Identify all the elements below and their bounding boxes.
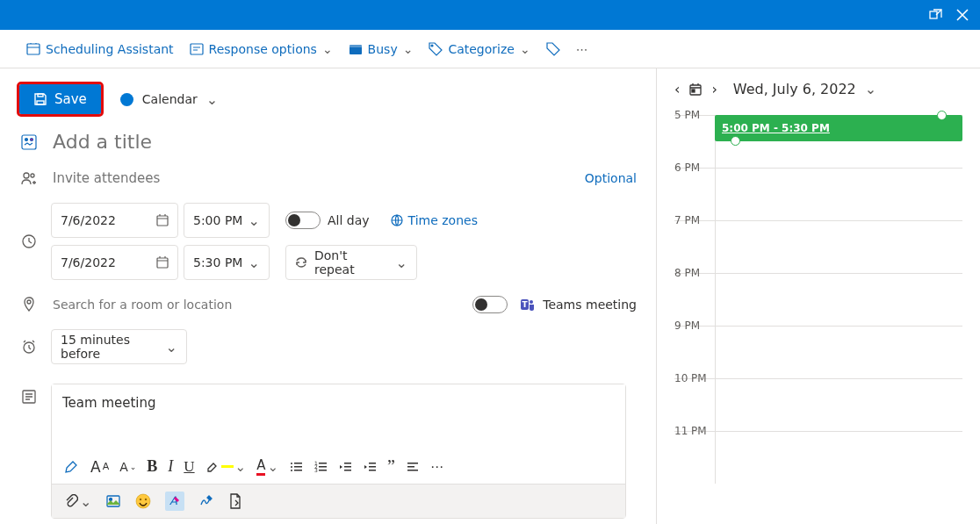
format-painter-button[interactable] xyxy=(64,459,80,475)
svg-point-9 xyxy=(25,138,28,140)
all-day-toggle[interactable] xyxy=(285,212,321,229)
quote-button[interactable]: ” xyxy=(387,456,395,477)
chevron-down-icon: ⌄ xyxy=(249,255,260,271)
location-input[interactable] xyxy=(51,297,460,312)
highlight-button[interactable]: ⌄ xyxy=(205,459,247,475)
attach-button[interactable]: ⌄ xyxy=(64,493,91,510)
underline-button[interactable]: U xyxy=(184,458,194,476)
next-day-button[interactable]: › xyxy=(711,81,717,97)
calendar-name[interactable]: Calendar xyxy=(142,92,198,106)
svg-text:T: T xyxy=(522,300,529,309)
start-date-input[interactable]: 7/6/2022 xyxy=(51,203,178,238)
teams-icon: T xyxy=(520,297,536,312)
scheduling-icon xyxy=(26,42,40,56)
align-button[interactable] xyxy=(406,460,420,474)
font-increase-button[interactable]: AA xyxy=(90,458,109,476)
date-label[interactable]: Wed, July 6, 2022 xyxy=(733,81,856,97)
overflow-button[interactable]: ⋯ xyxy=(576,42,588,56)
more-formatting-button[interactable]: ⋯ xyxy=(430,459,443,475)
command-bar: Scheduling Assistant Response options ⌄ … xyxy=(0,30,980,68)
all-day-label: All day xyxy=(328,213,370,227)
end-time-input[interactable]: 5:30 PM ⌄ xyxy=(184,245,270,280)
people-icon xyxy=(21,170,37,186)
hour-label: 6 PM xyxy=(674,162,715,220)
start-time-input[interactable]: 5:00 PM ⌄ xyxy=(184,203,270,238)
chevron-down-icon: ⌄ xyxy=(322,42,333,56)
save-button[interactable]: Save xyxy=(19,84,101,114)
emoji-button[interactable] xyxy=(135,493,151,509)
today-button[interactable] xyxy=(688,83,703,97)
calendar-icon xyxy=(156,256,169,269)
close-button[interactable] xyxy=(954,6,971,24)
svg-rect-7 xyxy=(38,94,43,97)
font-color-button[interactable]: A⌄ xyxy=(256,457,278,476)
insert-image-button[interactable] xyxy=(105,493,121,509)
response-options-button[interactable]: Response options ⌄ xyxy=(190,42,333,56)
bold-button[interactable]: B xyxy=(147,457,157,476)
italic-button[interactable]: I xyxy=(168,457,173,476)
ai-suggestions-icon[interactable] xyxy=(21,134,37,150)
hour-label: 7 PM xyxy=(674,214,715,273)
format-toolbar: AA A⌄ B I U ⌄ A⌄ 123 ” ⋯ xyxy=(52,449,625,484)
svg-rect-38 xyxy=(369,463,376,464)
event-form: Save Calendar ⌄ Optional xyxy=(0,68,657,524)
bullet-list-button[interactable] xyxy=(289,460,303,474)
svg-point-45 xyxy=(110,499,112,501)
timeline[interactable]: 5:00 PM - 5:30 PM 5 PM 6 PM 7 PM 8 PM 9 … xyxy=(674,115,962,484)
tag-icon xyxy=(429,42,443,56)
numbered-list-button[interactable]: 123 xyxy=(313,460,328,474)
svg-point-48 xyxy=(145,499,147,500)
chevron-down-icon[interactable]: ⌄ xyxy=(865,81,876,97)
outdent-button[interactable] xyxy=(338,460,352,474)
hour-label: 11 PM xyxy=(674,425,715,484)
clock-icon xyxy=(21,233,37,249)
insert-file-button[interactable] xyxy=(228,493,242,509)
svg-point-10 xyxy=(31,138,33,140)
repeat-icon xyxy=(295,256,307,269)
optional-link[interactable]: Optional xyxy=(585,171,637,185)
svg-rect-30 xyxy=(319,463,327,464)
tag-outline-icon xyxy=(546,42,560,56)
prev-day-button[interactable]: ‹ xyxy=(674,81,680,97)
chevron-down-icon[interactable]: ⌄ xyxy=(206,91,218,108)
reminder-input[interactable]: 15 minutes before ⌄ xyxy=(51,329,187,364)
svg-rect-4 xyxy=(349,45,362,47)
svg-rect-44 xyxy=(107,496,119,506)
svg-rect-37 xyxy=(344,470,351,471)
uncategorize-button[interactable] xyxy=(546,42,560,56)
signature-button[interactable] xyxy=(198,493,214,509)
teams-meeting-label: Teams meeting xyxy=(543,298,637,312)
hour-label: 10 PM xyxy=(674,372,715,431)
svg-rect-40 xyxy=(369,470,376,471)
hour-label: 8 PM xyxy=(674,267,715,326)
chevron-down-icon: ⌄ xyxy=(249,212,260,229)
time-zones-link[interactable]: Time zones xyxy=(391,213,478,227)
svg-point-17 xyxy=(27,300,31,304)
svg-rect-8 xyxy=(22,135,36,149)
svg-rect-51 xyxy=(692,90,695,92)
hour-label: 5 PM xyxy=(674,109,715,168)
teams-meeting-toggle[interactable] xyxy=(472,296,508,313)
repeat-input[interactable]: Don't repeat ⌄ xyxy=(285,245,417,280)
font-decrease-button[interactable]: A⌄ xyxy=(119,460,136,474)
scheduling-assistant-button[interactable]: Scheduling Assistant xyxy=(26,42,174,56)
popout-button[interactable] xyxy=(927,6,945,24)
text-format-button[interactable]: A xyxy=(165,492,184,511)
globe-icon xyxy=(391,214,403,226)
attendees-input[interactable] xyxy=(51,169,573,187)
title-input[interactable] xyxy=(51,130,637,154)
svg-point-5 xyxy=(431,45,433,47)
description-input[interactable] xyxy=(52,384,625,446)
svg-rect-36 xyxy=(344,466,351,468)
categorize-button[interactable]: Categorize ⌄ xyxy=(429,42,530,56)
description-icon xyxy=(21,389,37,405)
svg-rect-39 xyxy=(369,466,376,468)
indent-button[interactable] xyxy=(363,460,377,474)
svg-rect-43 xyxy=(407,470,418,471)
svg-rect-34 xyxy=(319,470,327,471)
busy-status-button[interactable]: Busy ⌄ xyxy=(349,42,414,56)
svg-rect-32 xyxy=(319,466,327,468)
svg-rect-28 xyxy=(294,470,302,471)
event-block[interactable]: 5:00 PM - 5:30 PM xyxy=(715,115,962,141)
end-date-input[interactable]: 7/6/2022 xyxy=(51,245,178,280)
